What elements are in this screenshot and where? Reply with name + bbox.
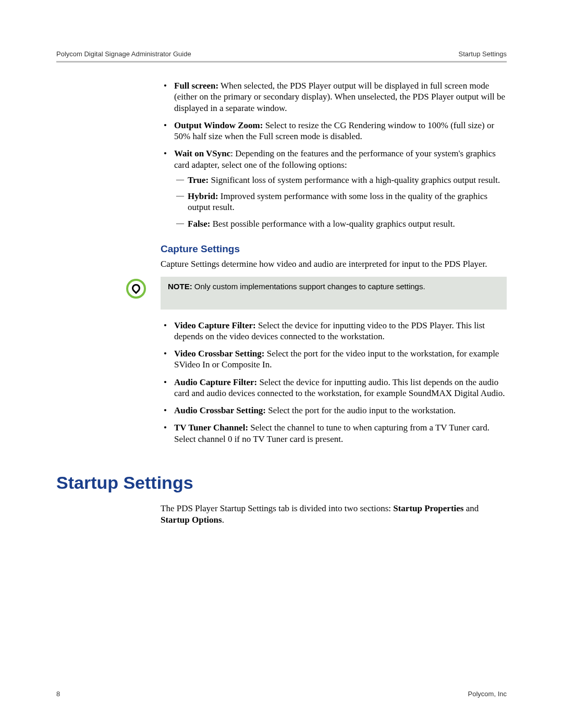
running-footer: 8 Polycom, Inc [56, 690, 507, 698]
footer-owner: Polycom, Inc [468, 690, 507, 698]
list-item: Audio Capture Filter: Select the device … [161, 377, 507, 399]
option-label: Full screen: [174, 81, 218, 91]
para-text: . [222, 515, 224, 525]
option-text: Significant loss of system performance w… [209, 175, 500, 185]
option-label: True: [188, 175, 209, 185]
para-text: The PDS Player Startup Settings tab is d… [161, 503, 393, 513]
option-label: TV Tuner Channel: [174, 423, 248, 433]
list-item: Hybrid: Improved system performance with… [174, 191, 507, 213]
capture-settings-heading: Capture Settings [161, 243, 507, 255]
list-item: Audio Crossbar Setting: Select the port … [161, 405, 507, 416]
para-text: and [463, 503, 479, 513]
note-icon-wrap [126, 277, 161, 299]
list-item: False: Best possible performance with a … [174, 218, 507, 229]
option-text: Best possible performance with a low-qua… [210, 219, 455, 229]
header-right: Startup Settings [459, 50, 507, 58]
note-box: NOTE: Only custom implementations suppor… [161, 277, 507, 310]
note-pin-icon [126, 279, 146, 299]
display-options-list: Full screen: When selected, the PDS Play… [161, 80, 507, 229]
page: Polycom Digital Signage Administrator Gu… [0, 0, 563, 728]
capture-settings-list: Video Capture Filter: Select the device … [161, 320, 507, 445]
option-label: Audio Capture Filter: [174, 377, 257, 387]
note-callout: NOTE: Only custom implementations suppor… [126, 277, 507, 310]
list-item: Video Capture Filter: Select the device … [161, 320, 507, 342]
header-rule [56, 61, 507, 63]
option-label: Hybrid: [188, 191, 218, 201]
option-label: Audio Crossbar Setting: [174, 405, 266, 415]
body-column: Full screen: When selected, the PDS Play… [161, 80, 507, 525]
option-label: False: [188, 219, 210, 229]
para-bold: Startup Properties [393, 503, 463, 513]
capture-settings-intro: Capture Settings determine how video and… [161, 258, 507, 269]
option-text: When selected, the PDS Player output wil… [174, 81, 505, 113]
list-item: True: Significant loss of system perform… [174, 175, 507, 186]
startup-settings-heading: Startup Settings [56, 472, 507, 494]
list-item: Output Window Zoom: Select to resize the… [161, 120, 507, 142]
note-label: NOTE: [168, 282, 192, 291]
option-label: Wait on VSync [174, 149, 230, 158]
para-bold: Startup Options [161, 515, 222, 525]
list-item: Full screen: When selected, the PDS Play… [161, 80, 507, 114]
note-text: Only custom implementations support chan… [192, 282, 425, 291]
list-item: Wait on VSync: Depending on the features… [161, 148, 507, 229]
list-item: TV Tuner Channel: Select the channel to … [161, 422, 507, 445]
option-label: Output Window Zoom: [174, 120, 263, 130]
option-label: Video Capture Filter: [174, 320, 256, 330]
option-text: Improved system performance with some lo… [188, 191, 487, 212]
running-header: Polycom Digital Signage Administrator Gu… [56, 50, 507, 61]
startup-settings-paragraph: The PDS Player Startup Settings tab is d… [161, 503, 507, 525]
page-number: 8 [56, 690, 60, 698]
vsync-sublist: True: Significant loss of system perform… [174, 175, 507, 229]
option-text: Select the port for the audio input to t… [266, 405, 456, 415]
option-label: Video Crossbar Setting: [174, 349, 264, 359]
header-left: Polycom Digital Signage Administrator Gu… [56, 50, 191, 58]
list-item: Video Crossbar Setting: Select the port … [161, 348, 507, 371]
